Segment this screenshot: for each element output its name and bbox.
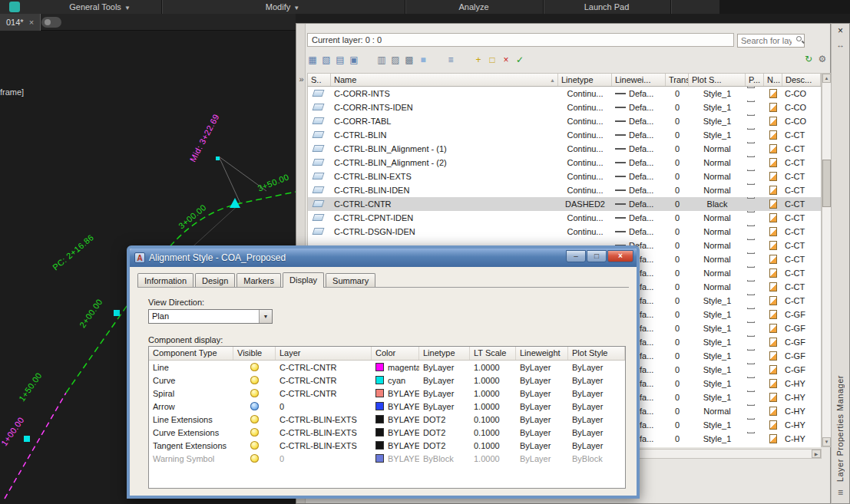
- unisolate-layer-icon[interactable]: ▩: [402, 54, 416, 66]
- new-vp-freeze-icon[interactable]: [769, 268, 777, 278]
- component-row[interactable]: Tangent ExtensionsC-CTRL-BLIN-EXTSBYLAYE…: [149, 439, 625, 452]
- new-vp-freeze-icon[interactable]: [769, 213, 777, 222]
- col-linetype[interactable]: Linetype: [419, 347, 470, 360]
- vertical-scroll-thumb[interactable]: [822, 160, 831, 207]
- column-transparency[interactable]: Trans...: [666, 74, 689, 86]
- layer-status-icon[interactable]: [313, 145, 325, 152]
- palette-properties-icon[interactable]: ≡: [835, 487, 846, 499]
- column-plot[interactable]: P...: [746, 74, 764, 86]
- column-plot-style[interactable]: Plot S...: [689, 74, 746, 86]
- layer-status-icon[interactable]: [313, 186, 325, 193]
- refresh-icon[interactable]: ↻: [802, 53, 815, 65]
- new-vp-freeze-icon[interactable]: [769, 338, 777, 347]
- column-linetype[interactable]: Linetype: [558, 74, 612, 86]
- new-property-filter-icon[interactable]: ▦: [306, 54, 319, 66]
- visibility-bulb-icon[interactable]: [250, 454, 259, 463]
- tab-markers[interactable]: Markers: [236, 273, 281, 287]
- column-name[interactable]: Name▲: [331, 74, 558, 86]
- new-vp-frozen-layer-icon[interactable]: □: [485, 54, 499, 66]
- new-vp-freeze-icon[interactable]: [769, 407, 777, 416]
- new-vp-freeze-icon[interactable]: [769, 393, 777, 402]
- maximize-button[interactable]: □: [587, 250, 607, 262]
- color-swatch[interactable]: [375, 441, 384, 450]
- new-layer-icon[interactable]: +: [471, 54, 485, 66]
- new-vp-freeze-icon[interactable]: [769, 324, 777, 333]
- ribbon-tab-modify[interactable]: Modify▼: [206, 0, 359, 14]
- color-swatch[interactable]: [375, 402, 384, 410]
- new-vp-freeze-icon[interactable]: [769, 117, 777, 126]
- scroll-up-icon[interactable]: ▲: [822, 74, 831, 83]
- layer-search-input[interactable]: [737, 34, 805, 48]
- col-color[interactable]: Color: [372, 347, 419, 360]
- col-visible[interactable]: Visible: [233, 347, 276, 360]
- col-layer[interactable]: Layer: [276, 347, 372, 360]
- layer-row[interactable]: C-CTRL-BLIN-EXTSContinu...Defa...0Normal…: [308, 170, 821, 183]
- new-vp-freeze-icon[interactable]: [769, 172, 777, 181]
- isolate-layer-icon[interactable]: ▨: [389, 54, 402, 66]
- chevron-down-icon[interactable]: ▼: [259, 310, 272, 323]
- layer-row[interactable]: C-CORR-INTSContinu...Defa...0Style_1C-CO: [308, 87, 821, 100]
- new-vp-freeze-icon[interactable]: [769, 158, 777, 167]
- new-vp-freeze-icon[interactable]: [769, 420, 777, 430]
- column-lineweight[interactable]: Linewei...: [612, 74, 666, 86]
- column-description[interactable]: Desc...: [782, 74, 821, 86]
- layer-status-icon[interactable]: [313, 104, 325, 110]
- view-direction-select[interactable]: Plan ▼: [148, 309, 273, 324]
- layer-status-icon[interactable]: [313, 200, 325, 207]
- new-vp-freeze-icon[interactable]: [769, 365, 777, 374]
- color-swatch[interactable]: [375, 376, 384, 384]
- tab-display[interactable]: Display: [283, 272, 324, 288]
- tab-close-icon[interactable]: ×: [29, 18, 34, 27]
- layer-status-icon[interactable]: [313, 159, 325, 166]
- match-layer-icon[interactable]: ≡: [444, 54, 458, 66]
- layer-row[interactable]: C-CTRL-BLIN_Alignment - (2)Continu...Def…: [308, 156, 821, 170]
- ribbon-tab-general-tools[interactable]: General Tools▼: [23, 0, 177, 14]
- ribbon-tab-analyze[interactable]: Analyze: [397, 0, 551, 14]
- layer-status-icon[interactable]: [313, 214, 325, 221]
- column-status[interactable]: S..: [308, 74, 331, 86]
- component-row[interactable]: CurveC-CTRL-CNTRcyanByLayer1.0000ByLayer…: [149, 374, 625, 387]
- component-row[interactable]: Warning Symbol0BYLAYERByBlock1.0000ByLay…: [149, 452, 625, 465]
- visibility-bulb-icon[interactable]: [250, 415, 259, 423]
- restore-layer-state-icon[interactable]: ▥: [375, 54, 389, 66]
- new-vp-freeze-icon[interactable]: [769, 227, 777, 236]
- tab-summary[interactable]: Summary: [326, 273, 375, 287]
- layer-row[interactable]: C-CORR-INTS-IDENContinu...Defa...0Style_…: [308, 100, 821, 114]
- color-swatch[interactable]: [375, 428, 384, 436]
- scroll-right-icon[interactable]: ▶: [812, 450, 821, 458]
- visibility-bulb-icon[interactable]: [250, 441, 259, 450]
- layer-states-manager-icon[interactable]: ▤: [333, 54, 347, 66]
- component-row[interactable]: Arrow0BYLAYERByLayer1.0000ByLayerByLayer: [149, 400, 625, 413]
- auto-hide-icon[interactable]: ↔: [835, 39, 846, 51]
- visibility-bulb-icon[interactable]: [250, 376, 259, 384]
- color-swatch[interactable]: [375, 415, 384, 423]
- col-plot-style[interactable]: Plot Style: [568, 347, 625, 360]
- col-lt-scale[interactable]: LT Scale: [470, 347, 516, 360]
- layer-row[interactable]: C-CTRL-DSGN-IDENContinu...Defa...0Normal…: [308, 225, 821, 239]
- col-component-type[interactable]: Component Type: [149, 347, 233, 360]
- new-vp-freeze-icon[interactable]: [769, 241, 777, 250]
- visibility-bulb-icon[interactable]: [250, 363, 259, 371]
- layer-status-icon[interactable]: [313, 173, 325, 180]
- column-new-vp[interactable]: N...: [764, 74, 782, 86]
- component-row[interactable]: SpiralC-CTRL-CNTRBYLAYERByLayer1.0000ByL…: [149, 387, 625, 400]
- layer-row[interactable]: C-CTRL-BLIN_Alignment - (1)Continu...Def…: [308, 142, 821, 156]
- new-vp-freeze-icon[interactable]: [769, 89, 777, 98]
- set-current-layer-icon[interactable]: ✓: [513, 54, 527, 66]
- visibility-bulb-icon[interactable]: [250, 428, 259, 436]
- new-vp-freeze-icon[interactable]: [769, 255, 777, 264]
- col-lineweight[interactable]: Lineweight: [516, 347, 568, 360]
- layer-row[interactable]: C-CTRL-CPNT-IDENContinu...Defa...0Normal…: [308, 211, 821, 225]
- new-vp-freeze-icon[interactable]: [769, 434, 777, 443]
- tab-design[interactable]: Design: [195, 273, 235, 287]
- layer-status-icon[interactable]: [313, 228, 325, 235]
- color-swatch[interactable]: [375, 389, 384, 397]
- palette-close-icon[interactable]: ×: [835, 25, 846, 37]
- delete-layer-icon[interactable]: ×: [499, 54, 513, 66]
- minimize-button[interactable]: –: [566, 250, 586, 262]
- close-button[interactable]: ×: [607, 250, 633, 262]
- color-swatch[interactable]: [375, 363, 384, 371]
- dialog-title-bar[interactable]: A Alignment Style - COA_Proposed – □ ×: [130, 249, 637, 267]
- layer-row[interactable]: C-CORR-TABLContinu...Defa...0Style_1C-CO: [308, 114, 821, 128]
- component-row[interactable]: Curve ExtensionsC-CTRL-BLIN-EXTSBYLAYERD…: [149, 426, 625, 439]
